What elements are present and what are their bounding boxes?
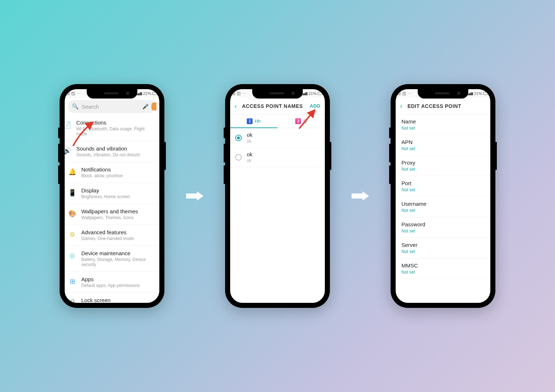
more-icon: ⋯ <box>408 91 412 96</box>
apn-item[interactable]: okok <box>230 148 325 167</box>
key-icon: ⚿ <box>402 91 406 96</box>
add-button[interactable]: ADD <box>310 103 320 109</box>
record-indicator <box>151 103 156 110</box>
settings-item-connections[interactable]: 📄ConnectionsWi-Fi, Bluetooth, Data usage… <box>65 115 159 141</box>
apn-list: okokokok <box>230 128 325 167</box>
sim-icon <box>232 92 235 95</box>
side-button <box>58 165 60 184</box>
sim-tab[interactable]: 2Q <box>278 114 325 128</box>
side-button <box>164 142 166 170</box>
field-value: Not set <box>401 126 485 131</box>
settings-item-title: Display <box>81 187 130 193</box>
battery-text: 21% <box>474 91 482 96</box>
field-label: Username <box>401 201 485 207</box>
field-value: Not set <box>401 270 485 275</box>
settings-icon: ⊞ <box>68 277 77 286</box>
apn-subtitle: ok <box>247 158 253 163</box>
settings-item-wallpapers-and-themes[interactable]: 🎨Wallpapers and themesWallpapers, Themes… <box>65 204 159 225</box>
page-title: ACCESS POINT NAMES <box>242 103 303 109</box>
settings-icon: 🔒 <box>68 298 77 303</box>
back-icon[interactable]: ‹ <box>400 102 403 110</box>
apn-field-password[interactable]: PasswordNot set <box>396 217 490 238</box>
flow-arrow <box>351 191 370 201</box>
sim-tab-label: Hh <box>255 118 261 124</box>
side-button <box>224 127 225 138</box>
side-button <box>389 144 391 162</box>
apn-field-port[interactable]: PortNot set <box>396 176 490 197</box>
sim-icon <box>398 92 401 95</box>
settings-item-title: Apps <box>81 276 140 282</box>
apn-item[interactable]: okok <box>230 128 325 148</box>
phone-notch <box>418 89 468 99</box>
apn-header: ‹ ACCESS POINT NAMES ADD <box>230 98 325 114</box>
settings-item-title: Sounds and vibration <box>76 145 140 152</box>
settings-item-subtitle: Wi-Fi, Bluetooth, Data usage, Flight mod… <box>76 126 156 136</box>
more-icon: ⋯ <box>77 91 81 96</box>
battery-icon <box>483 92 488 95</box>
side-button <box>58 127 60 138</box>
back-icon[interactable]: ‹ <box>235 102 237 110</box>
apn-field-mmsc[interactable]: MMSCNot set <box>396 258 490 279</box>
search-icon: 🔍 <box>72 103 79 110</box>
settings-item-subtitle: Games, One-handed mode <box>81 236 134 241</box>
field-value: Not set <box>401 167 485 172</box>
settings-item-apps[interactable]: ⊞AppsDefault apps, App permissions <box>65 272 159 293</box>
apn-title: ok <box>247 132 253 138</box>
settings-item-lock-screen[interactable]: 🔒Lock screen <box>65 293 159 303</box>
settings-item-title: Connections <box>76 119 156 126</box>
field-label: Port <box>401 180 485 186</box>
settings-item-display[interactable]: 📱DisplayBrightness, Home screen <box>65 183 159 204</box>
radio-icon[interactable] <box>235 154 242 161</box>
settings-item-subtitle: Sounds, Vibration, Do not disturb <box>76 152 140 157</box>
settings-item-sounds-and-vibration[interactable]: 🔊Sounds and vibrationSounds, Vibration, … <box>65 141 159 162</box>
phone-notch <box>87 89 137 99</box>
side-button <box>224 144 225 162</box>
field-label: Proxy <box>401 160 485 166</box>
settings-item-notifications[interactable]: 🔔NotificationsBlock, allow, prioritise <box>65 162 159 183</box>
apn-field-username[interactable]: UsernameNot set <box>396 197 490 217</box>
field-value: Not set <box>401 187 485 192</box>
settings-icon: 📄 <box>65 120 72 130</box>
radio-icon[interactable] <box>235 135 242 141</box>
sim-tab[interactable]: 1Hh <box>230 114 278 128</box>
settings-icon: 🔊 <box>65 146 72 156</box>
search-input[interactable]: 🔍 Search 🎤 <box>68 100 156 113</box>
settings-item-title: Notifications <box>81 166 123 173</box>
page-title: EDIT ACCESS POINT <box>408 103 461 109</box>
apn-fields: NameNot setAPNNot setProxyNot setPortNot… <box>396 114 490 279</box>
field-label: Name <box>401 118 485 125</box>
apn-title: ok <box>247 151 253 157</box>
more-icon: ⋯ <box>242 91 246 96</box>
screen-1: ⚿ ⋯ ▁▃▅▇ 21% 🔍 Search 🎤 📄ConnectionsWi-F… <box>65 89 159 303</box>
field-value: Not set <box>401 228 485 234</box>
settings-icon: 🔔 <box>68 167 77 177</box>
apn-field-name[interactable]: NameNot set <box>396 114 490 135</box>
mic-icon[interactable]: 🎤 <box>142 104 149 109</box>
apn-field-server[interactable]: ServerNot set <box>396 238 490 258</box>
edit-apn-header: ‹ EDIT ACCESS POINT <box>396 98 490 114</box>
field-label: Server <box>401 242 485 248</box>
battery-text: 21% <box>309 91 317 96</box>
settings-item-subtitle: Brightness, Home screen <box>81 194 130 199</box>
apn-field-apn[interactable]: APNNot set <box>396 135 490 156</box>
apn-subtitle: ok <box>247 139 253 144</box>
phone-frame-1: ⚿ ⋯ ▁▃▅▇ 21% 🔍 Search 🎤 📄ConnectionsWi-F… <box>60 84 164 308</box>
settings-item-subtitle: Wallpapers, Themes, Icons <box>81 215 138 220</box>
settings-item-device-maintenance[interactable]: ◎Device maintenanceBattery, Storage, Mem… <box>65 246 159 272</box>
apn-field-proxy[interactable]: ProxyNot set <box>396 156 490 176</box>
settings-icon: 📱 <box>68 188 77 197</box>
field-label: MMSC <box>401 262 485 269</box>
settings-item-advanced-features[interactable]: ⚙Advanced featuresGames, One-handed mode <box>65 225 159 246</box>
side-button <box>389 165 391 184</box>
sim-icon <box>67 92 70 95</box>
field-label: Password <box>401 221 485 227</box>
settings-item-title: Lock screen <box>81 297 111 303</box>
battery-text: 21% <box>143 91 151 96</box>
flow-arrow <box>185 191 204 201</box>
key-icon: ⚿ <box>237 91 241 96</box>
side-button <box>495 142 497 170</box>
phone-frame-2: ⚿ ⋯ ▁▃▅▇ 21% ‹ ACCESS POINT NAMES ADD 1H… <box>225 84 330 308</box>
settings-item-title: Device maintenance <box>81 250 156 256</box>
settings-icon: ◎ <box>68 251 77 260</box>
screen-2: ⚿ ⋯ ▁▃▅▇ 21% ‹ ACCESS POINT NAMES ADD 1H… <box>230 89 325 303</box>
